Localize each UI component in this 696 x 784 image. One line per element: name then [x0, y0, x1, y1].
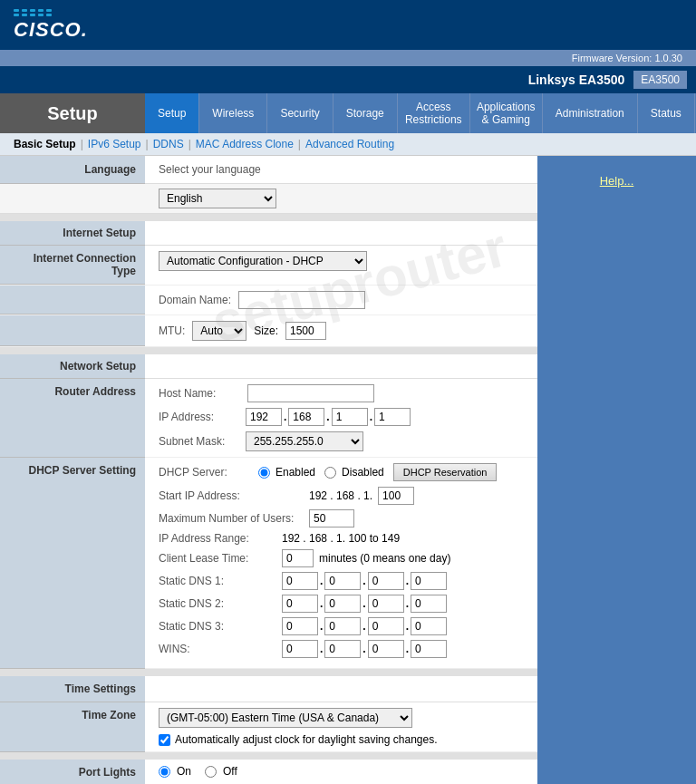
- lease-input[interactable]: [282, 549, 314, 567]
- main-nav: Setup Setup Wireless Security Storage Ac…: [0, 93, 696, 133]
- mtu-size-label: Size:: [254, 324, 278, 337]
- dns3-octet-3[interactable]: [368, 617, 404, 635]
- connection-type-label: Internet Connection Type: [34, 252, 136, 277]
- language-select[interactable]: English French Spanish: [159, 189, 276, 208]
- nav-tab-admin[interactable]: Administration: [543, 93, 638, 133]
- content-main: Language Select your language English Fr…: [0, 156, 537, 784]
- dhcp-server-label: DHCP Server:: [159, 466, 249, 479]
- cisco-dots: [14, 9, 52, 16]
- dns2-octet-3[interactable]: [368, 595, 404, 613]
- subtab-routing[interactable]: Advanced Routing: [305, 138, 394, 150]
- port-lights-header: Port Lights On Off: [0, 760, 537, 784]
- port-lights-radio-row: On Off: [159, 765, 524, 778]
- nav-tab-status[interactable]: Status: [638, 93, 695, 133]
- wins-octet-2[interactable]: [324, 640, 361, 658]
- time-settings-header: Time Settings: [0, 676, 537, 702]
- help-link[interactable]: Help...: [600, 174, 634, 188]
- device-name: Linksys EA3500: [528, 73, 625, 87]
- dns1-label: Static DNS 1:: [159, 575, 276, 587]
- dns3-octet-2[interactable]: [324, 617, 361, 635]
- max-users-input[interactable]: [309, 509, 354, 528]
- ip-octet-2[interactable]: [288, 408, 324, 426]
- daylight-checkbox[interactable]: [159, 734, 170, 746]
- internet-setup-title: Internet Setup: [63, 227, 136, 239]
- subtab-ddns[interactable]: DDNS: [153, 138, 184, 150]
- ip-address-group: . . .: [246, 408, 411, 426]
- network-setup-header: Network Setup: [0, 354, 537, 379]
- language-section: Language Select your language: [0, 156, 537, 184]
- host-name-input[interactable]: [247, 384, 374, 402]
- mtu-mode-select[interactable]: Auto Manual: [192, 321, 246, 341]
- mtu-size-input[interactable]: [285, 322, 326, 340]
- wins-group: . . .: [282, 640, 447, 658]
- domain-name-input[interactable]: [238, 291, 365, 309]
- subtab-mac[interactable]: MAC Address Clone: [196, 138, 294, 150]
- port-on-radio[interactable]: [159, 766, 170, 778]
- start-ip-last-input[interactable]: [378, 487, 414, 505]
- internet-setup-header: Internet Setup: [0, 221, 537, 246]
- dhcp-disabled-radio[interactable]: [324, 467, 336, 479]
- timezone-select[interactable]: (GMT-05:00) Eastern Time (USA & Canada) …: [159, 708, 412, 728]
- nav-tab-storage[interactable]: Storage: [334, 93, 398, 133]
- start-ip-label: Start IP Address:: [159, 489, 304, 502]
- device-model: EA3500: [633, 71, 687, 89]
- subnet-mask-label: Subnet Mask:: [159, 435, 240, 448]
- dns1-group: . . .: [282, 572, 447, 590]
- wins-octet-4[interactable]: [411, 640, 447, 658]
- dhcp-disabled-label: Disabled: [324, 466, 384, 479]
- time-settings-title: Time Settings: [65, 682, 136, 695]
- firmware-version: Firmware Version: 1.0.30: [572, 53, 682, 63]
- dns1-octet-4[interactable]: [411, 572, 447, 590]
- dns2-octet-2[interactable]: [324, 595, 361, 613]
- wins-octet-1[interactable]: [282, 640, 318, 658]
- dns3-octet-4[interactable]: [411, 617, 447, 635]
- connection-type-select[interactable]: Automatic Configuration - DHCP Static IP…: [159, 251, 367, 271]
- wins-label: WINS:: [159, 643, 276, 655]
- dns1-octet-3[interactable]: [368, 572, 404, 590]
- subnet-mask-select[interactable]: 255.255.255.0 255.255.0.0 255.0.0.0: [246, 431, 363, 451]
- router-address-header: Router Address Host Name: IP Address: .: [0, 379, 537, 458]
- domain-name-label: Domain Name:: [159, 294, 231, 306]
- timezone-label: Time Zone: [82, 709, 136, 721]
- nav-tab-setup[interactable]: Setup: [145, 93, 199, 133]
- nav-tab-apps[interactable]: Applications & Gaming: [470, 93, 543, 133]
- ip-octet-3[interactable]: [332, 408, 368, 426]
- daylight-row: Automatically adjust clock for daylight …: [159, 733, 524, 746]
- port-off-radio[interactable]: [205, 766, 217, 778]
- dhcp-section-label: DHCP Server Setting: [29, 464, 136, 477]
- dns2-octet-4[interactable]: [411, 595, 447, 613]
- dns2-octet-1[interactable]: [282, 595, 318, 613]
- domain-name-row: Domain Name:: [0, 286, 537, 315]
- content-wrapper: Language Select your language English Fr…: [0, 156, 696, 784]
- dns2-group: . . .: [282, 595, 447, 613]
- port-off-label: Off: [205, 765, 237, 778]
- language-select-row: English French Spanish: [0, 184, 537, 214]
- dns3-label: Static DNS 3:: [159, 620, 276, 633]
- firmware-bar: Firmware Version: 1.0.30: [0, 50, 696, 66]
- subtab-ipv6[interactable]: IPv6 Setup: [88, 138, 141, 150]
- dns3-octet-1[interactable]: [282, 617, 318, 635]
- content-sidebar: Help...: [537, 156, 696, 784]
- max-users-label: Maximum Number of Users:: [159, 512, 304, 525]
- nav-tab-wireless[interactable]: Wireless: [199, 93, 267, 133]
- ip-range-value: 192 . 168 . 1. 100 to 149: [282, 532, 400, 545]
- dhcp-reservation-button[interactable]: DHCP Reservation: [393, 463, 498, 481]
- nav-tab-access[interactable]: Access Restrictions: [398, 93, 470, 133]
- dhcp-enabled-label: Enabled: [258, 466, 315, 479]
- ip-octet-4[interactable]: [374, 408, 411, 426]
- dns1-octet-1[interactable]: [282, 572, 318, 590]
- connection-type-row: Internet Connection Type Automatic Confi…: [0, 246, 537, 286]
- dhcp-enabled-radio[interactable]: [258, 467, 270, 479]
- nav-tab-security[interactable]: Security: [267, 93, 333, 133]
- subtab-basic[interactable]: Basic Setup: [14, 138, 76, 150]
- host-name-label: Host Name:: [159, 387, 240, 400]
- port-lights-title: Port Lights: [79, 766, 136, 779]
- timezone-row: Time Zone (GMT-05:00) Eastern Time (USA …: [0, 702, 537, 752]
- network-setup-title: Network Setup: [60, 360, 136, 373]
- daylight-label: Automatically adjust clock for daylight …: [175, 733, 437, 746]
- wins-octet-3[interactable]: [368, 640, 404, 658]
- cisco-header: CISCO.: [0, 0, 696, 50]
- mtu-row: MTU: Auto Manual Size:: [0, 315, 537, 347]
- ip-octet-1[interactable]: [246, 408, 282, 426]
- dns1-octet-2[interactable]: [324, 572, 361, 590]
